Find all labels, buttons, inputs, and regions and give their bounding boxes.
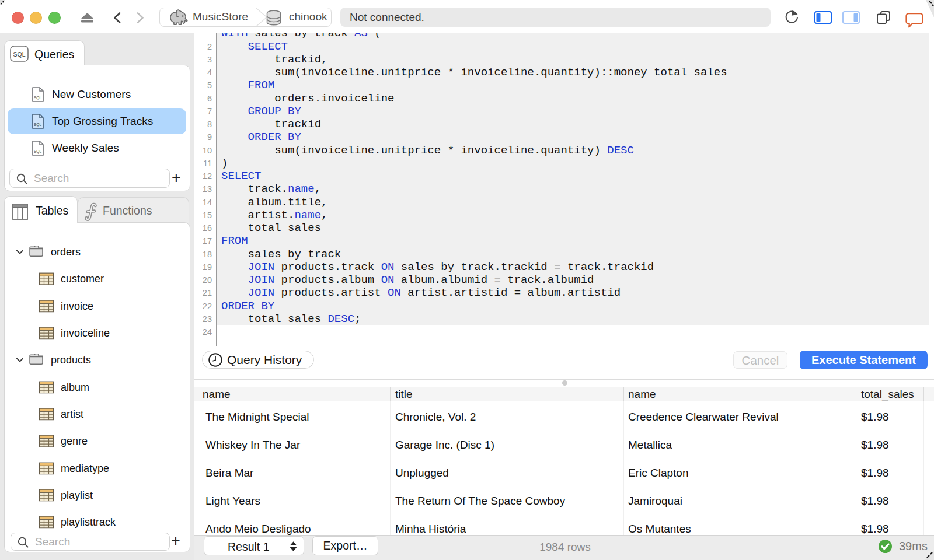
svg-text:SQL: SQL bbox=[34, 96, 41, 100]
svg-text:SQL: SQL bbox=[13, 51, 25, 58]
svg-text:SQL: SQL bbox=[34, 149, 41, 154]
svg-text:SQL: SQL bbox=[34, 123, 41, 127]
